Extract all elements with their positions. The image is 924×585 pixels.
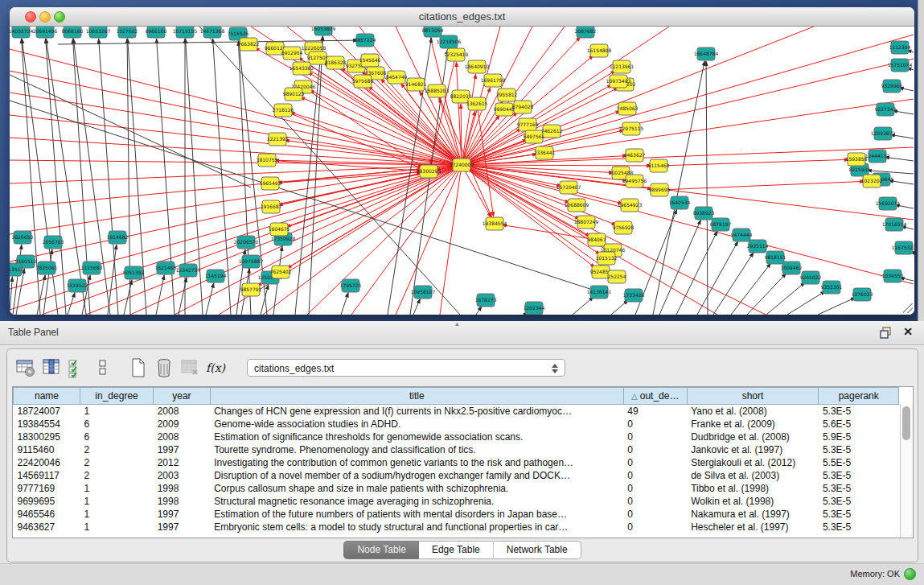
window-titlebar[interactable]: citations_edges.txt (10, 7, 914, 27)
graph-node[interactable]: 12342737 (176, 264, 201, 277)
graph-node[interactable]: 9756928 (613, 221, 634, 234)
close-panel-icon[interactable]: ✕ (903, 325, 913, 338)
graph-node[interactable]: 1593858 (846, 153, 868, 166)
graph-node[interactable]: 1115683 (81, 262, 103, 274)
graph-node[interactable]: 1965493 (260, 177, 281, 190)
graph-node[interactable]: 9245022 (800, 271, 822, 284)
column-header-short[interactable]: short (687, 388, 819, 405)
table-scrollbar-thumb[interactable] (902, 406, 910, 440)
graph-node[interactable]: 18640910 (465, 60, 490, 73)
table-row[interactable]: 1830029562008Estimation of significance … (14, 431, 899, 443)
graph-node[interactable]: 10653267 (86, 27, 111, 38)
graph-node[interactable]: 12975115 (619, 122, 644, 135)
graph-node[interactable]: 12218506 (437, 35, 462, 48)
graph-node[interactable]: 1916687 (261, 200, 282, 213)
graph-node[interactable]: 8186328 (325, 56, 347, 69)
function-builder-button[interactable]: f(x) (203, 356, 228, 379)
graph-node[interactable]: 2718126 (273, 104, 294, 117)
network-graph[interactable]: 1405572420691406806816010653267152760269… (10, 27, 914, 315)
table-row[interactable]: 2242004622012Investigating the contribut… (14, 456, 899, 469)
graph-node[interactable]: 10719155 (173, 27, 198, 38)
show-columns-button[interactable] (39, 356, 64, 379)
graph-node[interactable]: 10688609 (565, 199, 589, 212)
clear-rows-button[interactable] (91, 356, 115, 379)
column-header-pagerank[interactable]: pagerank (819, 388, 899, 405)
graph-node[interactable]: 9329966 (881, 80, 903, 93)
graph-node[interactable]: 2935114 (747, 240, 769, 253)
graph-node[interactable]: 16961758 (481, 74, 506, 87)
graph-node[interactable]: 15692071 (876, 197, 901, 210)
graph-node[interactable]: 8068160 (62, 27, 84, 38)
table-scrollbar[interactable] (900, 404, 913, 538)
graph-node[interactable]: 1145194 (205, 270, 227, 282)
graph-node[interactable]: 7835061 (36, 262, 58, 274)
graph-node[interactable]: 1527602 (117, 27, 138, 38)
graph-node[interactable]: 8454749 (386, 71, 408, 84)
graph-node[interactable]: 9777169 (517, 118, 539, 131)
delete-table-button[interactable] (178, 356, 202, 379)
float-panel-icon[interactable] (880, 327, 892, 339)
graph-node[interactable]: 9115460 (648, 159, 670, 172)
graph-node[interactable]: 1810755 (257, 154, 278, 167)
graph-node[interactable]: 1112304 (889, 41, 911, 54)
tab-edge-table[interactable]: Edge Table (419, 541, 493, 559)
graph-node[interactable]: 1640934 (669, 196, 691, 209)
column-header-out_de[interactable]: △out_de… (623, 388, 687, 405)
graph-node[interactable]: 1914682 (107, 231, 129, 244)
graph-node[interactable]: 15751074 (888, 59, 913, 72)
graph-node[interactable]: 2336441 (534, 146, 556, 159)
graph-node[interactable]: 1362615 (466, 97, 488, 110)
select-rows-button[interactable] (65, 356, 89, 379)
graph-node[interactable]: 9890123 (283, 88, 305, 101)
splitter-handle-icon[interactable]: ▴ (455, 319, 459, 328)
graph-node[interactable]: 10975887 (239, 255, 264, 268)
graph-node[interactable]: 6879197 (710, 218, 732, 231)
graph-node[interactable]: 1202344 (524, 302, 545, 315)
graph-node[interactable]: 1733426 (623, 289, 645, 302)
graph-node[interactable]: 7663822 (238, 38, 260, 51)
table-select-dropdown[interactable]: citations_edges.txt (247, 359, 565, 377)
graph-node[interactable]: 15885203 (425, 84, 450, 97)
table-row[interactable]: 1938455462009Genome-wide association stu… (14, 418, 899, 431)
column-header-title[interactable]: title (210, 388, 623, 405)
graph-node[interactable]: 17016514 (882, 218, 907, 231)
table-row[interactable]: 969969511998Structural magnetic resonanc… (14, 495, 899, 508)
graph-node[interactable]: 12213961 (610, 60, 634, 73)
tab-network-table[interactable]: Network Table (493, 541, 581, 559)
graph-node[interactable]: 1621465 (155, 262, 177, 274)
graph-node[interactable]: 19495756 (622, 175, 647, 187)
graph-node[interactable]: 2620650 (12, 231, 34, 244)
node-table-grid[interactable]: namein_degreeyeartitle△out_de…shortpager… (13, 387, 899, 534)
graph-node[interactable]: 17240007 (450, 159, 474, 171)
new-file-button[interactable] (126, 356, 150, 379)
graph-node[interactable]: 5975685 (352, 75, 374, 88)
graph-node[interactable]: 14671368 (200, 27, 225, 38)
graph-node[interactable]: 10973493 (606, 75, 631, 88)
table-header-row[interactable]: namein_degreeyeartitle△out_de…shortpager… (14, 388, 899, 405)
graph-node[interactable]: 1015132 (596, 252, 618, 265)
graph-node[interactable]: 7462612 (541, 125, 563, 138)
graph-node[interactable]: 8857224 (355, 34, 376, 47)
column-header-year[interactable]: year (154, 388, 210, 405)
graph-node[interactable]: 1221393 (267, 133, 289, 146)
graph-node[interactable]: 15720407 (556, 181, 581, 194)
graph-node[interactable]: 12325419 (444, 48, 469, 61)
window-resize-grip[interactable] (903, 303, 913, 313)
graph-node[interactable]: 1795725 (340, 279, 362, 292)
graph-node[interactable]: 9355301 (821, 281, 843, 294)
graph-node[interactable]: 1023202 (861, 175, 883, 187)
graph-node[interactable]: 9227343 (875, 103, 897, 116)
graph-node[interactable]: 16053809 (311, 27, 336, 35)
table-row[interactable]: 1872400712008Changes of HCN gene express… (14, 405, 899, 418)
graph-node[interactable]: 6912954 (281, 47, 303, 60)
graph-node[interactable]: 8938923 (693, 207, 715, 220)
graph-node[interactable]: 9474444 (731, 229, 753, 241)
graph-node[interactable]: 18300295 (417, 165, 441, 178)
graph-node[interactable]: 20206570 (234, 236, 259, 249)
graph-node[interactable]: 19384554 (483, 217, 507, 230)
graph-node[interactable]: 12444132 (865, 150, 890, 163)
graph-node[interactable]: 6966160 (146, 27, 167, 38)
graph-node[interactable]: 2056763 (43, 236, 64, 249)
graph-node[interactable]: 16154808 (587, 44, 612, 57)
graph-node[interactable]: 1519522 (67, 279, 88, 292)
